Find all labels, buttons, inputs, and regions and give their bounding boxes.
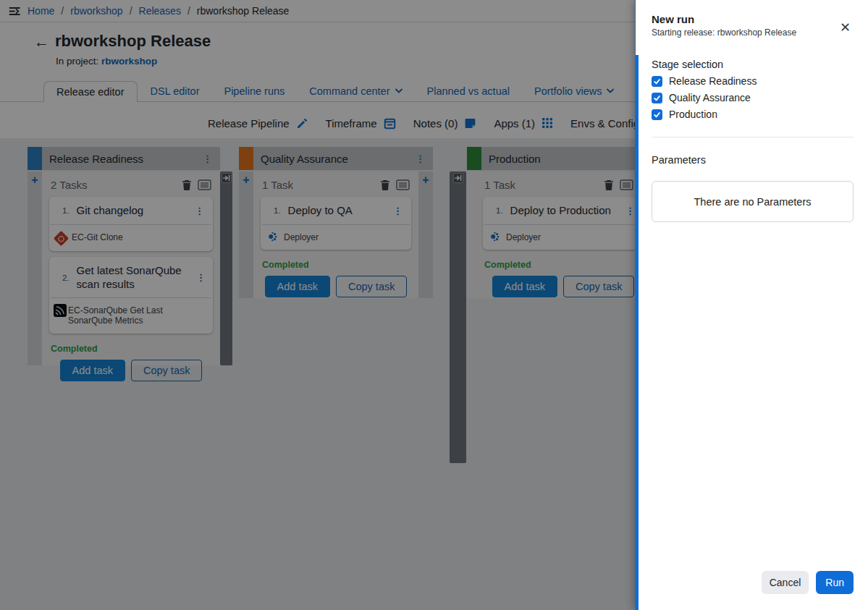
checkbox-checked-icon	[652, 109, 662, 120]
checkbox-label: Quality Assurance	[669, 92, 751, 103]
checkbox-label: Production	[669, 109, 717, 120]
drawer-subtitle: Starting release: rbworkshop Release	[652, 27, 854, 38]
release-editor-app: Home / rbworkshop / Releases / rbworksho…	[0, 0, 868, 610]
cancel-button[interactable]: Cancel	[762, 571, 809, 594]
parameters-empty-box: There are no Parameters	[652, 181, 854, 222]
parameters-empty-text: There are no Parameters	[694, 196, 812, 208]
checkbox-quality-assurance[interactable]: Quality Assurance	[652, 92, 854, 103]
new-run-drawer: New run Starting release: rbworkshop Rel…	[635, 0, 868, 610]
stage-selection-heading: Stage selection	[652, 59, 854, 70]
checkbox-release-readiness[interactable]: Release Readiness	[652, 75, 854, 87]
checkbox-label: Release Readiness	[669, 75, 757, 87]
checkbox-production[interactable]: Production	[652, 109, 854, 120]
checkbox-checked-icon	[652, 93, 662, 103]
checkbox-checked-icon	[652, 76, 662, 87]
parameters-heading: Parameters	[652, 154, 854, 166]
drawer-title: New run	[652, 13, 854, 25]
close-icon[interactable]: ✕	[840, 21, 851, 34]
modal-backdrop[interactable]	[0, 0, 635, 610]
run-button[interactable]: Run	[816, 571, 854, 594]
drawer-divider	[652, 137, 854, 137]
